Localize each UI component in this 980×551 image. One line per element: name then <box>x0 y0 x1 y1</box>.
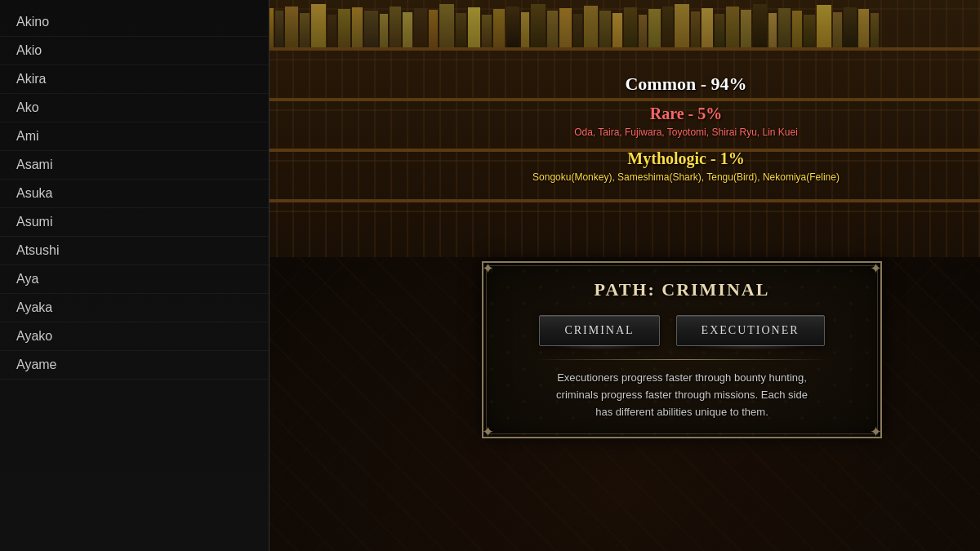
path-description: Executioners progress faster through bou… <box>500 370 864 420</box>
rare-rarity-label: Rare - 5% <box>506 104 866 123</box>
name-list-item[interactable]: Ayako <box>0 322 269 351</box>
shelf-1 <box>261 47 980 51</box>
name-list-item[interactable]: Ami <box>0 122 269 151</box>
name-list-item[interactable]: Akio <box>0 37 269 65</box>
corner-tr: ✦ <box>866 261 882 278</box>
path-buttons: CRIMINAL EXECUTIONER <box>500 315 864 346</box>
name-list-item[interactable]: Asami <box>0 151 269 180</box>
executioner-button[interactable]: EXECUTIONER <box>676 315 825 346</box>
common-rarity-label: Common - 94% <box>506 73 866 95</box>
rare-clans-label: Oda, Taira, Fujiwara, Toyotomi, Shirai R… <box>506 127 866 138</box>
path-panel: ✦ ✦ ✦ ✦ PATH: CRIMINAL CRIMINAL EXECUTIO… <box>482 261 882 438</box>
shelf-4 <box>261 199 980 202</box>
criminal-button[interactable]: CRIMINAL <box>539 315 659 346</box>
mythologic-clans-label: Songoku(Monkey), Sameshima(Shark), Tengu… <box>506 171 866 183</box>
name-list-item[interactable]: Asumi <box>0 208 269 237</box>
name-list-item[interactable]: Aya <box>0 265 269 294</box>
rarity-panel: Common - 94% Rare - 5% Oda, Taira, Fujiw… <box>506 73 866 183</box>
name-list-item[interactable]: Akira <box>0 65 269 94</box>
name-list-item[interactable]: Akino <box>0 8 269 37</box>
corner-bl: ✦ <box>482 422 498 438</box>
name-list-item[interactable]: Atsushi <box>0 237 269 265</box>
left-panel: AkinoAkioAkiraAkoAmiAsamiAsukaAsumiAtsus… <box>0 0 270 551</box>
corner-br: ✦ <box>866 422 882 438</box>
corner-tl: ✦ <box>482 261 498 278</box>
books-row-1 <box>261 4 980 47</box>
name-list: AkinoAkioAkiraAkoAmiAsamiAsukaAsumiAtsus… <box>0 0 269 551</box>
name-list-item[interactable]: Ayame <box>0 351 269 380</box>
name-list-item[interactable]: Asuka <box>0 180 269 208</box>
name-list-item[interactable]: Ako <box>0 94 269 122</box>
mythologic-rarity-label: Mythologic - 1% <box>506 149 866 168</box>
name-list-item[interactable]: Ayaka <box>0 294 269 322</box>
path-box: ✦ ✦ ✦ ✦ PATH: CRIMINAL CRIMINAL EXECUTIO… <box>482 261 882 438</box>
path-title: PATH: CRIMINAL <box>500 279 864 300</box>
